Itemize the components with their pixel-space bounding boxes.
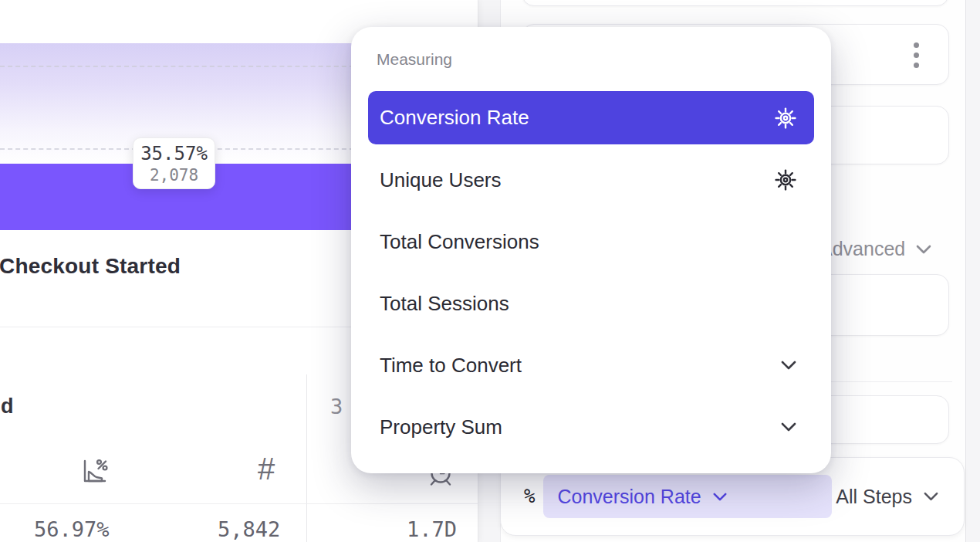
steps-selector[interactable]: All Steps	[836, 486, 939, 508]
chevron-down-icon	[780, 422, 797, 432]
table-value-rate: 56.97%	[34, 517, 110, 541]
measuring-dropdown: Measuring Conversion Rate Unique Users	[351, 27, 831, 473]
table-header-fragment-left: d	[1, 395, 14, 418]
builder-card-top	[522, 0, 949, 6]
metric-selector[interactable]: Conversion Rate	[543, 475, 832, 518]
chevron-down-icon	[712, 492, 728, 502]
table-header-fragment-right: 3	[330, 395, 343, 418]
tooltip-rate: 35.57%	[140, 143, 208, 164]
metric-selector-label: Conversion Rate	[557, 486, 701, 508]
table-value-count: 5,842	[218, 517, 280, 541]
chevron-down-icon	[915, 244, 932, 255]
menu-item-label: Total Conversions	[380, 230, 539, 254]
chevron-down-icon	[923, 491, 939, 502]
steps-selector-label: All Steps	[836, 486, 912, 508]
tooltip-count: 2,078	[150, 166, 198, 185]
menu-item-unique-users[interactable]: Unique Users	[368, 149, 814, 211]
hash-icon: #	[258, 453, 275, 484]
funnel-report-screen: 35.57% 2,078 Checkout Started d 3 #	[0, 0, 980, 542]
menu-item-conversion-rate[interactable]: Conversion Rate	[368, 91, 814, 144]
table-row-divider	[0, 503, 478, 504]
conversion-rate-icon	[79, 456, 110, 486]
menu-item-total-sessions[interactable]: Total Sessions	[368, 273, 814, 334]
menu-item-label: Time to Convert	[380, 354, 522, 378]
measuring-menu-list: Conversion Rate Unique Users	[368, 91, 814, 458]
step-label: Checkout Started	[0, 254, 181, 279]
gear-icon[interactable]	[774, 107, 797, 130]
menu-item-label: Property Sum	[380, 415, 502, 439]
gear-icon[interactable]	[774, 168, 797, 191]
metric-type-symbol: %	[524, 486, 535, 507]
menu-item-label: Unique Users	[380, 168, 502, 192]
menu-item-label: Total Sessions	[380, 292, 509, 316]
chevron-down-icon	[780, 360, 797, 371]
funnel-tooltip: 35.57% 2,078	[133, 137, 215, 189]
kebab-menu-icon[interactable]	[914, 42, 919, 68]
menu-item-time-to-convert[interactable]: Time to Convert	[368, 334, 814, 396]
menu-item-total-conversions[interactable]: Total Conversions	[368, 211, 814, 273]
menu-item-label: Conversion Rate	[380, 106, 529, 130]
column-divider	[306, 374, 307, 542]
measuring-section-label: Measuring	[377, 50, 452, 69]
menu-item-property-sum[interactable]: Property Sum	[368, 396, 814, 458]
table-value-time: 1.7D	[407, 517, 457, 541]
advanced-label: Advanced	[819, 238, 905, 260]
advanced-dropdown[interactable]: Advanced	[819, 238, 932, 260]
